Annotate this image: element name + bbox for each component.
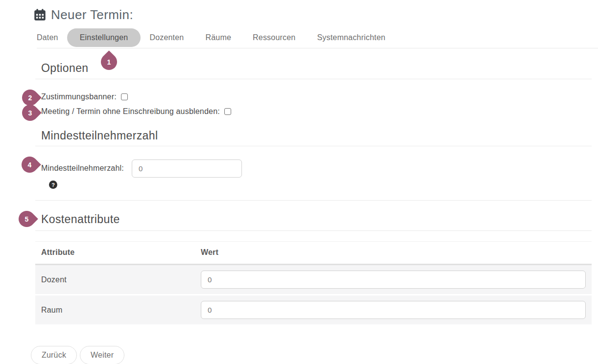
calendar-icon [33,8,47,22]
meeting-ausblenden-checkbox[interactable] [224,108,231,115]
annotation-badge-5: 5 [15,207,38,230]
raum-wert-input[interactable] [201,301,586,319]
wert-cell-raum [195,296,592,326]
new-appointment-page: Neuer Termin: Daten Einstellungen Dozent… [0,0,598,364]
attribute-cell-dozent: Dozent [35,265,195,296]
page-title: Neuer Termin: [51,7,133,23]
dozent-wert-input[interactable] [201,271,586,289]
kostenattribute-table: Attribute Wert Dozent Raum [35,241,592,326]
meeting-ausblenden-label: Meeting / Termin ohne Einschreibung ausb… [41,107,220,116]
kostenattribute-heading: Kostenattribute [41,213,592,226]
page-header: Neuer Termin: [33,7,592,23]
divider [35,230,592,231]
table-row: Raum [35,296,592,326]
zustimmungsbanner-row: Zustimmungsbanner: [41,90,592,104]
divider [35,79,592,79]
section-optionen: Optionen Zustimmungsbanner: Meeting / Te… [35,62,592,119]
column-header-attribute: Attribute [35,242,195,265]
optionen-heading: Optionen [41,62,592,75]
tab-dozenten[interactable]: Dozenten [149,33,184,42]
mindestteilnehmerzahl-row: Mindestteilnehmerzahl: [41,159,592,178]
next-button[interactable]: Weiter [80,346,124,364]
wizard-footer: Zurück Weiter [31,346,592,364]
tab-daten[interactable]: Daten [37,33,58,42]
column-header-wert: Wert [195,242,592,265]
mindestteilnehmerzahl-input[interactable] [132,159,242,178]
zustimmungsbanner-checkbox[interactable] [121,93,128,100]
help-icon[interactable]: ? [49,181,57,189]
section-divider [35,200,592,201]
back-button[interactable]: Zurück [31,346,77,364]
section-kostenattribute: Kostenattribute Attribute Wert Dozent Ra… [35,213,592,326]
meeting-ausblenden-row: Meeting / Termin ohne Einschreibung ausb… [41,104,592,119]
tab-bar: Daten Einstellungen Dozenten Räume Resso… [37,27,598,48]
mindestteilnehmerzahl-heading: Mindestteilnehmerzahl [41,129,592,142]
table-row: Dozent [35,265,592,296]
wert-cell-dozent [195,265,592,296]
tab-ressourcen[interactable]: Ressourcen [253,33,295,42]
tab-einstellungen[interactable]: Einstellungen [67,28,141,47]
attribute-cell-raum: Raum [35,296,195,326]
divider [35,146,592,146]
section-mindestteilnehmerzahl: Mindestteilnehmerzahl Mindestteilnehmerz… [35,129,592,189]
tab-systemnachrichten[interactable]: Systemnachrichten [317,33,385,42]
tab-raeume[interactable]: Räume [205,33,231,42]
table-header-row: Attribute Wert [35,242,592,265]
zustimmungsbanner-label: Zustimmungsbanner: [41,92,117,101]
mindestteilnehmerzahl-label: Mindestteilnehmerzahl: [41,164,124,173]
